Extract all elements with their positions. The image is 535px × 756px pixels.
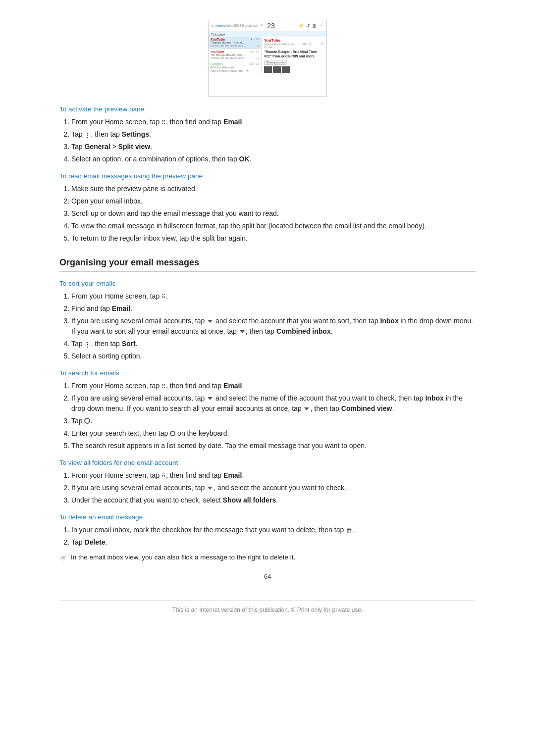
folders-step-3: Under the account that you want to check…: [71, 495, 476, 505]
section-search-emails: To search for emails From your Home scre…: [59, 369, 476, 451]
activate-step-2: Tap ⋮, then tap Settings.: [71, 129, 476, 140]
search-emails-title: To search for emails: [59, 369, 476, 377]
sort-step-2: Find and tap Email.: [71, 303, 476, 314]
section-activate-preview-title: To activate the preview pane: [59, 105, 476, 113]
search-step-3: Tap .: [71, 416, 476, 426]
section-organising: Organising your email messages To sort y…: [59, 257, 476, 565]
section-delete-email: To delete an email message In your email…: [59, 513, 476, 565]
view-folders-steps: From your Home screen, tap ⠿, then find …: [71, 470, 476, 505]
sort-step-3: If you are using several email accounts,…: [71, 316, 476, 337]
activate-step-1: From your Home screen, tap ⠿, then find …: [71, 117, 476, 127]
activate-step-4: Select an option, or a combination of op…: [71, 154, 476, 164]
view-folders-title: To view all folders for one email accoun…: [59, 459, 476, 466]
read-preview-steps: Make sure the preview pane is activated.…: [71, 184, 476, 244]
sort-step-4: Tap ⋮, then tap Sort.: [71, 339, 476, 349]
section-activate-preview: To activate the preview pane From your H…: [59, 105, 476, 164]
search-step-4: Enter your search text, then tap on the …: [71, 428, 476, 439]
email-screenshot: ✓ Inbox inbox8338@gmail.com ✎ 23 ⚡ ↺ 🗑 ⋮…: [208, 20, 327, 97]
page-footer: This is an Internet version of this publ…: [59, 600, 476, 613]
read-step-5: To return to the regular inbox view, tap…: [71, 233, 476, 244]
activate-step-3: Tap General > Split view.: [71, 142, 476, 152]
delete-email-steps: In your email inbox, mark the checkbox f…: [71, 525, 476, 548]
delete-step-1: In your email inbox, mark the checkbox f…: [71, 525, 476, 535]
read-step-4: To view the email message in fullscreen …: [71, 221, 476, 231]
activate-preview-steps: From your Home screen, tap ⠿, then find …: [71, 117, 476, 164]
search-emails-steps: From your Home screen, tap ⠿, then find …: [71, 381, 476, 451]
sort-emails-title: To sort your emails: [59, 280, 476, 287]
sort-emails-steps: From your Home screen, tap ⠿. Find and t…: [71, 291, 476, 361]
organising-title: Organising your email messages: [59, 257, 476, 272]
section-read-preview-title: To read email messages using the preview…: [59, 172, 476, 180]
section-read-preview: To read email messages using the preview…: [59, 172, 476, 244]
page-content: ✓ Inbox inbox8338@gmail.com ✎ 23 ⚡ ↺ 🗑 ⋮…: [59, 20, 476, 613]
delete-email-title: To delete an email message: [59, 513, 476, 521]
section-view-folders: To view all folders for one email accoun…: [59, 459, 476, 505]
page-number: 64: [59, 573, 476, 580]
folders-step-2: If you are using several email accounts,…: [71, 483, 476, 493]
folders-step-1: From your Home screen, tap ⠿, then find …: [71, 470, 476, 481]
search-step-5: The search result appears in a list sort…: [71, 441, 476, 451]
delete-step-2: Tap Delete.: [71, 537, 476, 548]
tip-text: In the email inbox view, you can also fl…: [71, 553, 295, 562]
section-sort-emails: To sort your emails From your Home scree…: [59, 280, 476, 361]
tip-box: ✳ In the email inbox view, you can also …: [59, 553, 476, 565]
search-step-2: If you are using several email accounts,…: [71, 393, 476, 414]
search-step-1: From your Home screen, tap ⠿, then find …: [71, 381, 476, 391]
tip-icon: ✳: [59, 552, 67, 565]
sort-step-1: From your Home screen, tap ⠿.: [71, 291, 476, 302]
read-step-2: Open your email inbox.: [71, 196, 476, 206]
read-step-3: Scroll up or down and tap the email mess…: [71, 208, 476, 219]
sort-step-5: Select a sorting option.: [71, 351, 476, 361]
read-step-1: Make sure the preview pane is activated.: [71, 184, 476, 194]
